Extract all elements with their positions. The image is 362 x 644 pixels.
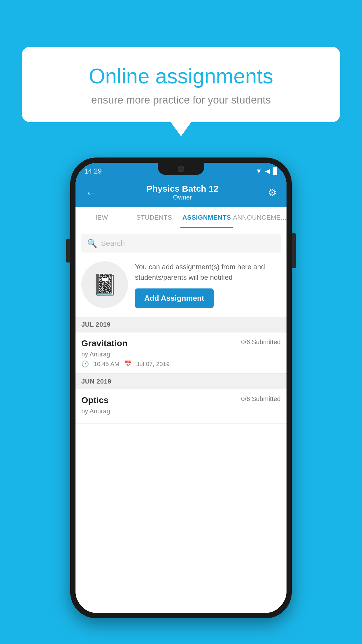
assignment-name-optics: Optics [81,395,108,405]
assignment-author-optics: by Anurag [81,407,281,415]
search-bar[interactable]: 🔍 Search [81,234,281,253]
assignment-time-date: 🕐 10:45 AM 📅 Jul 07, 2019 [81,360,281,368]
section-header-jul: JUL 2019 [75,317,287,332]
tab-announcements[interactable]: ANNOUNCEME... [233,207,287,228]
wifi-icon: ▼ [256,167,262,175]
battery-icon: ▉ [273,167,278,175]
content-area: 🔍 Search 📓 You can add assignment(s) fro… [75,228,287,613]
status-icons: ▼ ◀ ▉ [256,167,278,175]
phone-outer: 14:29 ▼ ◀ ▉ ← Physics Batch 12 Owner ⚙ [70,158,292,618]
tabs: IEW STUDENTS ASSIGNMENTS ANNOUNCEME... [75,207,287,228]
signal-icon: ◀ [265,167,270,175]
assignment-icon-circle: 📓 [81,261,128,308]
app-bar: ← Physics Batch 12 Owner ⚙ [75,178,287,207]
phone-screen: 14:29 ▼ ◀ ▉ ← Physics Batch 12 Owner ⚙ [75,163,287,613]
status-time: 14:29 [84,167,102,175]
tab-iew[interactable]: IEW [75,207,128,228]
camera-icon [178,166,184,172]
back-button[interactable]: ← [82,183,100,202]
tab-assignments[interactable]: ASSIGNMENTS [180,207,233,228]
app-bar-title: Physics Batch 12 Owner [100,184,265,201]
owner-label: Owner [100,194,265,201]
empty-state-description: You can add assignment(s) from here and … [135,262,281,283]
assignment-item-header: Gravitation 0/6 Submitted [81,338,281,348]
assignment-author: by Anurag [81,351,281,358]
submitted-count: 0/6 Submitted [241,338,281,346]
empty-state-text: You can add assignment(s) from here and … [135,262,281,308]
settings-button[interactable]: ⚙ [265,184,280,201]
notebook-icon: 📓 [92,273,117,297]
screen-content: ← Physics Batch 12 Owner ⚙ IEW STUDENTS … [75,178,287,613]
speech-bubble-subtitle: ensure more practice for your students [42,94,320,106]
tab-students[interactable]: STUDENTS [128,207,180,228]
add-assignment-button[interactable]: Add Assignment [135,288,214,308]
section-header-jun: JUN 2019 [75,374,287,389]
speech-bubble-title: Online assignments [42,64,320,88]
assignment-item-header-optics: Optics 0/6 Submitted [81,395,281,405]
assignment-time: 10:45 AM [94,360,120,368]
speech-bubble: Online assignments ensure more practice … [22,47,340,122]
assignment-item-gravitation[interactable]: Gravitation 0/6 Submitted by Anurag 🕐 10… [75,332,287,374]
phone-container: 14:29 ▼ ◀ ▉ ← Physics Batch 12 Owner ⚙ [70,158,292,618]
assignment-name: Gravitation [81,338,127,348]
speech-bubble-container: Online assignments ensure more practice … [22,47,340,122]
submitted-count-optics: 0/6 Submitted [241,395,281,403]
clock-icon: 🕐 [81,360,89,368]
search-placeholder: Search [101,239,125,248]
phone-notch [158,163,204,175]
empty-state: 📓 You can add assignment(s) from here an… [75,253,287,317]
calendar-icon: 📅 [124,360,132,368]
search-icon: 🔍 [87,239,97,248]
batch-name: Physics Batch 12 [100,184,265,194]
assignment-item-optics[interactable]: Optics 0/6 Submitted by Anurag [75,389,287,424]
assignment-date: Jul 07, 2019 [136,360,170,368]
